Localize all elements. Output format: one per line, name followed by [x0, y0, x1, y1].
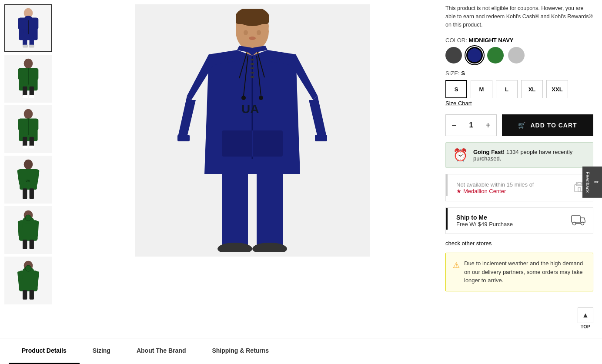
svg-line-88 [575, 182, 579, 185]
thumbnail-3[interactable] [4, 105, 52, 153]
svg-rect-87 [578, 187, 581, 192]
size-value: S [461, 70, 465, 77]
tab-shipping-returns[interactable]: Shipping & Returns [199, 338, 282, 364]
size-label: SIZE: S [445, 70, 465, 77]
svg-rect-78 [257, 170, 283, 250]
svg-point-62 [249, 37, 256, 40]
svg-rect-54 [30, 290, 34, 300]
svg-rect-73 [315, 135, 327, 141]
size-chart-link[interactable]: Size Chart [445, 100, 472, 107]
ship-to-me-card: Ship to Me Free W/ $49 Purchase [445, 207, 593, 234]
svg-text:UA: UA [241, 102, 259, 116]
svg-point-10 [24, 16, 32, 20]
feedback-label: Feedback [585, 171, 590, 192]
size-btn-s[interactable]: S [445, 80, 467, 98]
going-fast-label: Going Fast! [473, 149, 505, 155]
quantity-input[interactable] [462, 121, 480, 129]
svg-rect-9 [29, 44, 34, 47]
thumbnail-1[interactable] [4, 4, 52, 52]
color-swatches [445, 47, 593, 63]
thumbnail-2[interactable] [4, 55, 52, 103]
quantity-control: − + [445, 114, 497, 136]
svg-rect-66 [251, 63, 254, 65]
svg-text:UA: UA [26, 179, 30, 182]
svg-point-61 [257, 30, 261, 35]
tab-product-details[interactable]: Product Details [9, 338, 80, 364]
svg-point-84 [259, 96, 263, 100]
color-section: COLOR: MIDNIGHT NAVY [445, 37, 593, 63]
feedback-icon: ✏ [593, 179, 599, 185]
svg-rect-68 [251, 72, 254, 73]
add-to-cart-button[interactable]: 🛒 ADD TO CART [502, 114, 593, 136]
size-buttons: S M L XL XXL [445, 80, 593, 98]
thumbnail-6[interactable] [4, 257, 52, 304]
color-swatch-forest-green[interactable] [487, 47, 504, 63]
thumbnail-sidebar: UA [0, 4, 63, 334]
tab-about-brand[interactable]: About The Brand [124, 338, 199, 364]
svg-point-42 [25, 215, 31, 221]
svg-rect-72 [177, 135, 190, 141]
svg-rect-37 [23, 188, 27, 199]
bottom-tabs: Product Details Sizing About The Brand S… [0, 338, 602, 364]
shipping-truck-icon [571, 214, 586, 227]
medallion-center-link[interactable]: ★ Medallion Center [456, 188, 568, 194]
back-to-top-label: TOP [581, 324, 590, 329]
alarm-icon: ⏰ [453, 148, 468, 162]
svg-rect-38 [30, 188, 34, 199]
tab-sizing[interactable]: Sizing [80, 338, 124, 364]
check-other-stores-link[interactable]: check other stores [445, 240, 593, 247]
svg-point-31 [24, 159, 33, 169]
not-available-text: Not available within 15 miles of [456, 181, 568, 188]
ship-title: Ship to Me [456, 214, 566, 221]
feedback-button[interactable]: ✏ Feedback [582, 166, 602, 197]
main-product-image: UA [135, 4, 370, 257]
main-image-area: UA [63, 4, 441, 334]
product-info-panel: This product is not eligible for coupons… [441, 4, 602, 334]
thumbnail-5[interactable] [4, 206, 52, 254]
quantity-increase-button[interactable]: + [480, 115, 496, 136]
cart-icon: 🛒 [518, 122, 526, 129]
svg-point-21 [24, 109, 33, 118]
size-section: SIZE: S S M L XL XXL Size Chart [445, 70, 593, 107]
color-swatch-midnight-navy[interactable] [466, 47, 483, 63]
svg-rect-45 [23, 240, 27, 249]
ship-free-text: Free W/ $49 Purchase [456, 221, 566, 227]
store-name: Medallion Center [463, 188, 506, 194]
warning-icon: ⚠ [453, 260, 460, 285]
back-to-top-button[interactable]: ▲ TOP [578, 307, 593, 329]
thumbnail-4[interactable]: UA [4, 156, 52, 204]
svg-rect-46 [30, 240, 34, 249]
main-content: UA [0, 0, 602, 338]
size-btn-m[interactable]: M [471, 80, 492, 98]
svg-rect-8 [23, 44, 28, 47]
svg-rect-29 [23, 145, 28, 148]
svg-rect-44 [33, 220, 39, 237]
size-btn-xl[interactable]: XL [521, 80, 543, 98]
color-swatch-dark-gray[interactable] [445, 47, 462, 63]
arrow-up-icon: ▲ [578, 307, 593, 323]
svg-rect-30 [29, 145, 34, 148]
store-pickup-card: Not available within 15 miles of ★ Medal… [445, 174, 593, 201]
color-swatch-light-gray[interactable] [508, 47, 525, 63]
quantity-decrease-button[interactable]: − [446, 115, 462, 136]
svg-rect-35 [18, 169, 39, 180]
quantity-cart-row: − + 🛒 ADD TO CART [445, 114, 593, 136]
size-btn-xxl[interactable]: XXL [546, 80, 568, 98]
svg-rect-19 [23, 95, 28, 98]
ship-accent [446, 208, 448, 230]
svg-rect-90 [572, 216, 580, 222]
svg-point-50 [25, 265, 31, 271]
svg-rect-53 [23, 290, 27, 300]
color-label: COLOR: MIDNIGHT NAVY [445, 37, 514, 43]
weather-warning: ⚠ Due to inclement weather and the high … [445, 253, 593, 291]
svg-rect-59 [236, 13, 269, 24]
add-to-cart-label: ADD TO CART [530, 122, 577, 129]
weather-warning-text: Due to inclement weather and the high de… [464, 259, 586, 285]
store-pickup-accent [446, 174, 448, 196]
svg-rect-65 [251, 59, 254, 60]
star-icon: ★ [456, 188, 462, 194]
coupon-note: This product is not eligible for coupons… [445, 4, 593, 29]
svg-rect-86 [576, 182, 582, 186]
svg-point-60 [244, 30, 248, 35]
size-btn-l[interactable]: L [496, 80, 518, 98]
